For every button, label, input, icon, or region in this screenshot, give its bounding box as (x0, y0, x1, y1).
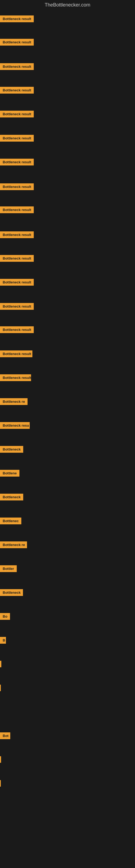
bottleneck-badge: Bottleneck result (0, 63, 34, 70)
bottleneck-badge: Bottleneck (0, 589, 23, 596)
list-item (0, 661, 1, 669)
list-item: Bottleneck (0, 446, 23, 454)
list-item (0, 685, 1, 692)
list-item: Bot (0, 733, 10, 740)
site-title: TheBottlenecker.com (0, 0, 135, 10)
bottleneck-badge: Bottleneck result (0, 231, 34, 238)
list-item: Bottleneck (0, 494, 23, 501)
bottleneck-badge: Bottlenec (0, 518, 21, 524)
bottleneck-badge: Bottleneck result (0, 279, 34, 286)
bottleneck-badge: Bottleneck result (0, 374, 31, 381)
list-item: Bottleneck result (0, 350, 32, 358)
list-item: Bottleneck result (0, 183, 34, 191)
list-item: Bottleneck result (0, 159, 34, 166)
list-item: Bottleneck result (0, 255, 34, 263)
list-item: Bottleneck result (0, 207, 34, 214)
list-item: Bottleneck result (0, 63, 34, 71)
list-item: Bottleneck result (0, 111, 34, 119)
bottleneck-badge: Bottleneck result (0, 183, 34, 190)
list-item: Bottleneck resu (0, 422, 30, 430)
list-item: B (0, 637, 6, 645)
bottleneck-badge: Bottleneck re (0, 398, 28, 405)
bottleneck-badge (0, 780, 1, 786)
bottleneck-badge (0, 685, 1, 691)
bottleneck-badge: B (0, 637, 6, 644)
list-item: Bottleneck result (0, 135, 34, 143)
list-item: Bottleneck re (0, 398, 28, 406)
list-item: Bottler (0, 565, 17, 573)
list-item: Bottleneck (0, 589, 23, 597)
list-item: Bottleneck result (0, 39, 34, 46)
bottleneck-badge: Bot (0, 733, 10, 739)
bottleneck-badge (0, 756, 1, 763)
list-item: Bottleneck result (0, 231, 34, 239)
list-item: Bottlene (0, 470, 19, 478)
bottleneck-badge: Bottleneck result (0, 39, 34, 45)
bottleneck-badge: Bottleneck result (0, 326, 34, 333)
bottleneck-badge: Bottleneck result (0, 207, 34, 213)
bottleneck-badge: Bo (0, 613, 10, 620)
bottleneck-badge: Bottler (0, 565, 17, 572)
list-item: Bottlenec (0, 518, 21, 525)
bottleneck-badge: Bottleneck result (0, 87, 34, 94)
bottleneck-badge: Bottlene (0, 470, 19, 476)
bottleneck-badge: Bottleneck result (0, 16, 34, 22)
list-item: Bo (0, 613, 10, 621)
bottleneck-badge: Bottleneck result (0, 159, 34, 165)
list-item: Bottleneck result (0, 374, 31, 382)
list-item (0, 756, 1, 764)
list-item: Bottleneck result (0, 303, 34, 311)
bottleneck-badge (0, 661, 1, 667)
list-item: Bottleneck result (0, 16, 34, 23)
bottleneck-badge: Bottleneck (0, 494, 23, 500)
list-item: Bottleneck re (0, 541, 27, 549)
bottleneck-badge: Bottleneck result (0, 350, 32, 357)
bottleneck-badge: Bottleneck resu (0, 422, 30, 429)
bottleneck-badge: Bottleneck result (0, 111, 34, 118)
list-item: Bottleneck result (0, 326, 34, 334)
bottleneck-badge: Bottleneck result (0, 135, 34, 142)
bottleneck-badge: Bottleneck re (0, 541, 27, 548)
bottleneck-badge: Bottleneck result (0, 255, 34, 262)
list-item: Bottleneck result (0, 279, 34, 287)
list-item: Bottleneck result (0, 87, 34, 95)
list-item (0, 780, 1, 788)
bottleneck-badge: Bottleneck (0, 446, 23, 453)
bottleneck-badge: Bottleneck result (0, 303, 34, 310)
